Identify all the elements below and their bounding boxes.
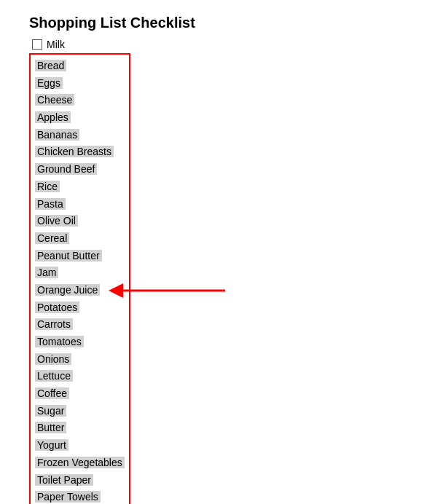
arrow-icon bbox=[109, 280, 225, 302]
list-item[interactable]: Rice bbox=[35, 178, 125, 196]
list-item[interactable]: Yogurt bbox=[35, 437, 125, 454]
list-item[interactable]: Ground Beef bbox=[35, 161, 125, 178]
list-item[interactable]: Bread bbox=[35, 58, 125, 75]
milk-row: Milk bbox=[29, 39, 395, 50]
list-item[interactable]: Tomatoes bbox=[35, 334, 125, 351]
list-item[interactable]: Sugar bbox=[35, 403, 125, 420]
list-item[interactable]: Pasta bbox=[35, 196, 125, 213]
list-item[interactable]: Potatoes bbox=[35, 299, 125, 317]
outer-wrapper: BreadEggsCheeseApplesBananasChicken Brea… bbox=[29, 53, 130, 504]
list-item[interactable]: Bananas bbox=[35, 127, 125, 144]
list-item[interactable]: Paper Towels bbox=[35, 489, 125, 504]
list-item[interactable]: Lettuce bbox=[35, 368, 125, 385]
list-item[interactable]: Peanut Butter bbox=[35, 248, 125, 265]
list-item[interactable]: Frozen Vegetables bbox=[35, 454, 125, 472]
list-item[interactable]: Coffee bbox=[35, 385, 125, 403]
list-item[interactable]: Eggs bbox=[35, 75, 125, 92]
milk-checkbox[interactable] bbox=[32, 39, 42, 50]
list-item[interactable]: Apples bbox=[35, 109, 125, 127]
list-container: BreadEggsCheeseApplesBananasChicken Brea… bbox=[29, 53, 130, 504]
list-item[interactable]: Chicken Breasts bbox=[35, 143, 125, 161]
list-item[interactable]: Olive Oil bbox=[35, 213, 125, 230]
list-item[interactable]: Carrots bbox=[35, 316, 125, 334]
page-title: Shopping List Checklist bbox=[29, 15, 395, 31]
list-item[interactable]: Butter bbox=[35, 420, 125, 437]
list-item[interactable]: Cereal bbox=[35, 230, 125, 248]
list-item[interactable]: Onions bbox=[35, 351, 125, 369]
arrow-container bbox=[109, 280, 225, 302]
list-item[interactable]: Cheese bbox=[35, 92, 125, 109]
milk-label: Milk bbox=[47, 39, 65, 50]
svg-marker-1 bbox=[109, 283, 123, 298]
list-item[interactable]: Toilet Paper bbox=[35, 472, 125, 489]
